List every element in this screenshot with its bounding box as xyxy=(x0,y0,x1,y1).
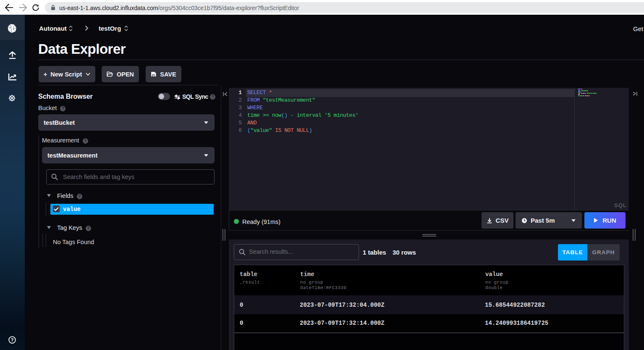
svg-text:?: ? xyxy=(11,337,14,342)
